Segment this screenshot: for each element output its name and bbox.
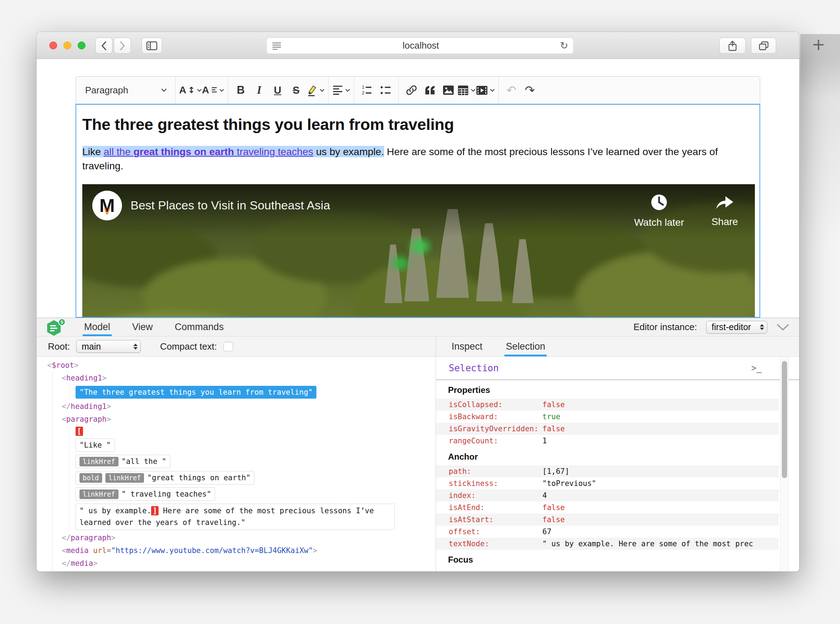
property-key: offset:: [436, 527, 543, 536]
insert-image-button[interactable]: [439, 79, 458, 101]
address-bar[interactable]: localhost ↻: [267, 37, 573, 54]
browser-viewport: Paragraph A↕ A B I U S: [37, 59, 799, 571]
underline-button[interactable]: U: [274, 85, 281, 96]
model-tree[interactable]: <$root> <heading1> "The three greatest t…: [37, 357, 436, 571]
numbered-list-icon: 1 2: [361, 85, 373, 96]
property-key: isAtStart:: [436, 515, 543, 524]
section-header-anchor: Anchor: [436, 447, 799, 465]
model-media-open[interactable]: <media url="https://www.youtube.com/watc…: [62, 544, 436, 557]
video-title[interactable]: Best Places to Visit in Southeast Asia: [131, 198, 330, 212]
model-root-open[interactable]: <$root>: [47, 359, 436, 372]
property-value: [1,67]: [543, 467, 569, 476]
share-button[interactable]: [720, 38, 746, 54]
property-key: isGravityOverridden:: [436, 425, 543, 433]
bold-button[interactable]: B: [237, 84, 244, 97]
link-button[interactable]: [402, 79, 421, 101]
link-bold-text[interactable]: great things on earth: [133, 146, 234, 157]
log-to-console-icon[interactable]: >_: [751, 363, 761, 373]
property-key: path:: [436, 467, 543, 476]
numbered-list-button[interactable]: 1 2: [358, 79, 376, 101]
toolbar-separator: [328, 77, 328, 103]
property-row: stickiness: "toPrevious": [436, 477, 778, 490]
paragraph-style-dropdown[interactable]: Paragraph: [80, 79, 172, 101]
property-row: textNode: " us by example. Here are some…: [436, 538, 778, 550]
titlebar[interactable]: localhost ↻: [37, 32, 799, 59]
undo-button[interactable]: ↶: [506, 83, 516, 97]
root-select[interactable]: main: [76, 340, 141, 353]
editor-content-area[interactable]: The three greatest things you learn from…: [76, 104, 760, 318]
media-embed-button[interactable]: [476, 79, 495, 101]
tab-overview-button[interactable]: [751, 38, 776, 54]
zoom-window-button[interactable]: [78, 42, 85, 49]
reader-icon[interactable]: [272, 42, 282, 50]
minimize-window-button[interactable]: [63, 42, 71, 49]
watch-later-button[interactable]: Watch later: [624, 194, 695, 228]
reload-icon[interactable]: ↻: [560, 40, 568, 51]
text-node[interactable]: "Like ": [76, 439, 115, 452]
video-share-label: Share: [702, 216, 748, 227]
url-text[interactable]: localhost: [282, 40, 560, 51]
blockquote-button[interactable]: [421, 79, 439, 101]
forward-button[interactable]: [114, 38, 131, 54]
highlight-button[interactable]: [305, 79, 325, 101]
property-key: isCollapsed:: [436, 400, 543, 409]
document-heading[interactable]: The three greatest things you learn from…: [82, 115, 754, 134]
channel-avatar[interactable]: M V: [92, 191, 122, 221]
inspector-header: 5 Model View Commands Editor instance: f…: [37, 318, 799, 337]
share-arrow-icon: [715, 194, 735, 210]
strikethrough-button[interactable]: S: [293, 85, 299, 96]
model-paragraph-close[interactable]: </paragraph>: [62, 531, 436, 544]
model-paragraph-open[interactable]: <paragraph>: [62, 413, 436, 426]
italic-button[interactable]: I: [257, 84, 261, 97]
toolbar-separator: [354, 77, 354, 103]
select-stepper-icon: [760, 324, 764, 330]
selected-text: us by example.: [313, 146, 384, 157]
text-node[interactable]: " us by example.] Here are some of the m…: [76, 504, 395, 530]
selection-end-marker: ]: [151, 506, 159, 515]
property-value: 1: [543, 437, 547, 445]
font-size-button[interactable]: A↕: [179, 79, 202, 101]
ckeditor-inspector: 5 Model View Commands Editor instance: f…: [37, 318, 799, 571]
property-row: isBackward: true: [436, 411, 778, 423]
text-alignment-button[interactable]: [332, 79, 350, 101]
text-node[interactable]: linkHref" traveling teaches": [76, 487, 215, 501]
youtube-embed[interactable]: M V Best Places to Visit in Southeast As…: [82, 184, 755, 318]
section-header-focus: Focus: [436, 550, 799, 568]
scrollbar-thumb[interactable]: [782, 361, 787, 478]
collapse-inspector-icon[interactable]: [777, 324, 789, 331]
compact-text-label: Compact text:: [160, 341, 217, 352]
chevron-down-icon: [320, 89, 325, 92]
video-share-button[interactable]: Share: [702, 194, 748, 227]
bulleted-list-button[interactable]: [376, 79, 395, 101]
close-window-button[interactable]: [49, 42, 57, 49]
link-text[interactable]: all the: [103, 146, 133, 157]
editor-instance-select[interactable]: first-editor: [706, 321, 767, 334]
insert-table-button[interactable]: [458, 79, 476, 101]
font-size-icon: A: [179, 85, 186, 96]
redo-button[interactable]: ↷: [525, 83, 535, 97]
document-paragraph[interactable]: Like all the great things on earth trave…: [82, 144, 749, 173]
panel-title: Selection: [449, 363, 499, 374]
sidebar-toggle-button[interactable]: [142, 38, 162, 54]
model-heading1-open[interactable]: <heading1>: [62, 372, 436, 385]
model-heading2-open[interactable]: <heading2>: [62, 570, 436, 571]
property-row: isGravityOverridden: false: [436, 423, 778, 435]
tab-selection[interactable]: Selection: [504, 337, 547, 356]
model-media-close[interactable]: </media>: [62, 557, 436, 570]
clock-icon: [651, 194, 667, 210]
tab-commands[interactable]: Commands: [173, 318, 225, 336]
text-node[interactable]: linkHref"all the ": [76, 455, 170, 468]
compact-text-checkbox[interactable]: [223, 342, 233, 351]
tab-inspect[interactable]: Inspect: [450, 337, 484, 356]
tab-model[interactable]: Model: [83, 318, 112, 336]
panel-scrollbar[interactable]: [780, 357, 789, 571]
chevron-down-icon: [197, 89, 202, 92]
model-heading1-close[interactable]: </heading1>: [62, 400, 436, 413]
link-text[interactable]: traveling teaches: [234, 146, 313, 157]
font-family-button[interactable]: A: [202, 79, 224, 101]
back-button[interactable]: [96, 38, 113, 54]
new-tab-button[interactable]: +: [812, 35, 825, 54]
tab-view[interactable]: View: [131, 318, 154, 336]
text-node[interactable]: boldlinkHref"great things on earth": [76, 471, 254, 485]
selected-text-node[interactable]: "The three greatest things you learn fro…: [76, 386, 316, 398]
